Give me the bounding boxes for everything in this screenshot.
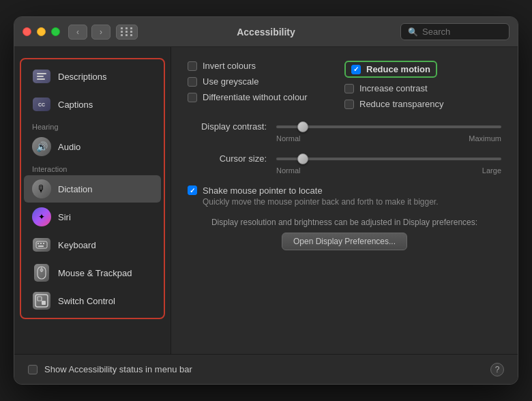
main-content: Invert colours Use greyscale Differentia… — [171, 47, 518, 354]
sidebar-item-captions[interactable]: CC Captions — [24, 91, 161, 118]
search-box[interactable]: 🔍 — [400, 23, 509, 40]
search-input[interactable] — [422, 27, 502, 37]
footer: Show Accessibility status in menu bar ? — [14, 354, 518, 384]
checkboxes-left: Invert colours Use greyscale Differentia… — [188, 61, 344, 115]
increase-contrast-label: Increase contrast — [359, 83, 428, 93]
checkbox-row-invert: Invert colours — [188, 61, 344, 71]
accessibility-status-label: Show Accessibility status in menu bar — [44, 364, 192, 374]
cursor-size-labels: Normal Large — [188, 166, 501, 175]
display-contrast-group: Display contrast: Normal Maximum — [188, 121, 501, 143]
display-contrast-row: Display contrast: — [188, 121, 501, 132]
sidebar-item-audio[interactable]: 🔊 Audio — [24, 133, 161, 160]
cursor-size-slider[interactable] — [276, 158, 501, 160]
sidebar-item-descriptions[interactable]: Descriptions — [24, 63, 161, 90]
display-contrast-track — [276, 125, 501, 128]
checkboxes-right: Reduce motion Increase contrast Reduce t… — [344, 61, 501, 115]
app-window: ‹ › Accessibility 🔍 — [14, 16, 518, 385]
display-contrast-label: Display contrast: — [188, 121, 276, 132]
window-title: Accessibility — [237, 27, 295, 38]
sidebar-label-audio: Audio — [58, 142, 80, 152]
sidebar-item-switch-control[interactable]: Switch Control — [24, 287, 161, 314]
display-contrast-slider[interactable] — [276, 125, 501, 128]
switch-icon — [32, 291, 51, 310]
shake-mouse-checkbox[interactable] — [188, 185, 197, 195]
display-contrast-max-label: Maximum — [469, 134, 501, 143]
checkbox-row-increase-contrast: Increase contrast — [344, 83, 501, 93]
svg-rect-0 — [36, 241, 47, 248]
sidebar-item-keyboard[interactable]: Keyboard — [24, 231, 161, 258]
checkbox-row-greyscale: Use greyscale — [188, 76, 344, 87]
differentiate-label: Differentiate without colour — [203, 92, 308, 102]
sidebar-label-siri: Siri — [58, 212, 71, 222]
increase-contrast-checkbox[interactable] — [344, 84, 354, 93]
back-button[interactable]: ‹ — [68, 25, 87, 40]
forward-button[interactable]: › — [91, 25, 110, 40]
open-display-preferences-button[interactable]: Open Display Preferences... — [282, 233, 407, 250]
dictation-icon: 🎙 — [32, 179, 51, 198]
shake-mouse-row: Shake mouse pointer to locate Quickly mo… — [188, 185, 501, 207]
traffic-lights — [23, 27, 60, 36]
minimize-button[interactable] — [37, 27, 46, 36]
sidebar-item-siri[interactable]: ✦ Siri — [24, 203, 161, 231]
svg-rect-4 — [38, 246, 44, 247]
section-header-hearing: Hearing — [21, 119, 164, 132]
section-header-interaction: Interaction — [21, 161, 164, 175]
reduce-motion-checkbox[interactable] — [351, 65, 361, 74]
cursor-size-max-label: Large — [482, 166, 501, 175]
sidebar-item-mouse-trackpad[interactable]: Mouse & Trackpad — [24, 259, 161, 286]
differentiate-checkbox[interactable] — [188, 93, 197, 102]
sidebar: Descriptions CC Captions Hearing 🔊 Audio — [14, 47, 171, 354]
sidebar-label-captions: Captions — [58, 100, 93, 110]
maximize-button[interactable] — [51, 27, 60, 36]
sidebar-label-switch-control: Switch Control — [58, 296, 115, 306]
accessibility-status-checkbox[interactable] — [28, 365, 38, 374]
descriptions-icon — [32, 67, 51, 86]
sidebar-item-dictation[interactable]: 🎙 Dictation — [24, 175, 161, 203]
svg-rect-3 — [43, 243, 44, 244]
audio-icon: 🔊 — [32, 137, 51, 156]
captions-icon: CC — [32, 95, 51, 114]
grid-icon — [121, 27, 134, 36]
display-contrast-min-label: Normal — [276, 134, 300, 143]
reduce-motion-label: Reduce motion — [366, 64, 430, 74]
shake-mouse-sublabel: Quickly move the mouse pointer back and … — [203, 197, 439, 207]
mouse-icon — [32, 263, 51, 282]
sidebar-label-mouse-trackpad: Mouse & Trackpad — [58, 268, 132, 278]
checkbox-row-differentiate: Differentiate without colour — [188, 92, 344, 102]
titlebar: ‹ › Accessibility 🔍 — [14, 17, 518, 47]
shake-mouse-text: Shake mouse pointer to locate Quickly mo… — [203, 185, 439, 207]
grid-view-button[interactable] — [116, 25, 138, 40]
use-greyscale-checkbox[interactable] — [188, 77, 197, 87]
svg-rect-10 — [42, 301, 46, 305]
shake-mouse-title: Shake mouse pointer to locate — [203, 185, 439, 196]
cursor-size-group: Cursor size: Normal Large — [188, 153, 501, 175]
content-area: Descriptions CC Captions Hearing 🔊 Audio — [14, 47, 518, 354]
sidebar-label-dictation: Dictation — [58, 184, 93, 194]
display-note: Display resolution and brightness can be… — [188, 218, 501, 227]
svg-rect-9 — [38, 297, 42, 301]
svg-rect-2 — [40, 243, 42, 244]
checkboxes-area: Invert colours Use greyscale Differentia… — [188, 61, 501, 115]
sidebar-label-descriptions: Descriptions — [58, 72, 107, 82]
checkbox-row-reduce-motion: Reduce motion — [344, 61, 501, 78]
keyboard-icon — [32, 235, 51, 254]
reduce-motion-highlight: Reduce motion — [344, 61, 437, 78]
checkbox-row-reduce-transparency: Reduce transparency — [344, 99, 501, 109]
nav-buttons: ‹ › — [68, 25, 110, 40]
display-contrast-labels: Normal Maximum — [188, 134, 501, 143]
cursor-size-row: Cursor size: — [188, 153, 501, 164]
cursor-size-label: Cursor size: — [188, 153, 276, 164]
close-button[interactable] — [23, 27, 31, 36]
reduce-transparency-label: Reduce transparency — [359, 99, 444, 109]
invert-colours-checkbox[interactable] — [188, 61, 197, 71]
cursor-size-min-label: Normal — [276, 166, 300, 175]
reduce-transparency-checkbox[interactable] — [344, 100, 354, 109]
help-button[interactable]: ? — [490, 363, 504, 376]
invert-colours-label: Invert colours — [203, 61, 256, 71]
sidebar-inner: Descriptions CC Captions Hearing 🔊 Audio — [20, 58, 165, 319]
search-icon: 🔍 — [408, 27, 418, 37]
svg-rect-1 — [38, 243, 39, 244]
cursor-size-track — [276, 158, 501, 160]
siri-icon: ✦ — [32, 207, 51, 226]
use-greyscale-label: Use greyscale — [203, 76, 258, 87]
